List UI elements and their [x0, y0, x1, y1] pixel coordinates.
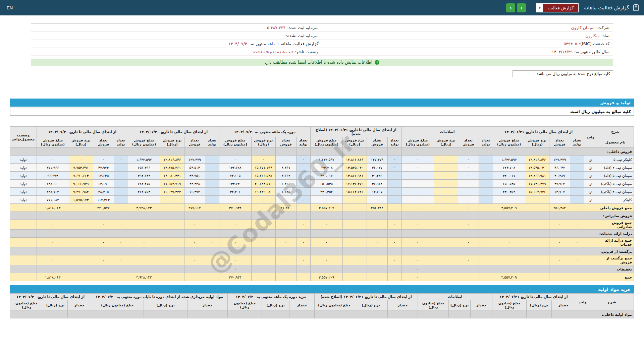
value-cell — [69, 265, 93, 273]
value-cell — [93, 247, 114, 255]
value-cell — [205, 247, 219, 255]
table-row-data: سیمان تیپ ۵ (پاکتی)تن۰۳۷,۹۶۲۱۷,۱۳۶,۴۷۹۶۵… — [10, 180, 634, 188]
value-cell: ۰ — [93, 156, 114, 164]
col-subheader: مقدار — [187, 300, 227, 310]
value-cell: ۰ — [434, 196, 458, 204]
value-cell — [37, 212, 69, 220]
value-cell: ۱۲۷,۳۷۹ — [367, 156, 387, 164]
value-cell: ۴۹۲,۱۲۲ — [128, 172, 160, 180]
value-cell: ۱,۶۳۲,۵۹۷ — [310, 156, 342, 164]
row-label: فروش صادراتی: — [597, 212, 634, 220]
nav-back-button[interactable]: ‹ — [506, 3, 515, 12]
value-cell: ۰ — [387, 238, 401, 247]
value-cell — [549, 230, 570, 238]
value-cell: ۱,۸۱۸,۰۶۳ — [37, 273, 69, 281]
period-link[interactable]: ۱ ماهه — [268, 41, 279, 46]
row-label: درآمد ارائه خدمات: — [597, 230, 634, 238]
value-cell — [251, 247, 275, 255]
value-cell: ۰ — [114, 238, 128, 247]
value-cell: ۱۳,۵۴۵,۰۳۰ — [342, 164, 367, 172]
value-cell — [493, 147, 525, 156]
value-cell — [128, 247, 160, 255]
value-cell: ۰ — [458, 238, 479, 247]
value-cell: ۰ — [570, 172, 584, 180]
value-cell — [37, 247, 69, 255]
value-cell: ۴۲۰,۰۱۷ — [310, 172, 342, 180]
value-cell: ۱,۶۳۲,۵۹۷ — [128, 156, 160, 164]
value-cell: ۰ — [458, 172, 479, 180]
table-row-section: برگشت از فروش: — [10, 247, 634, 255]
value-cell — [525, 238, 549, 247]
signed-data-notice: i اطلاعات نمایش داده شده با اطلاعات امضا… — [31, 59, 613, 66]
value-cell — [342, 238, 367, 247]
value-cell: ۰ — [570, 164, 584, 172]
value-cell — [114, 273, 128, 281]
col-header-name: شرح — [597, 127, 634, 137]
value-cell — [69, 230, 93, 238]
value-cell: ۰ — [401, 273, 434, 281]
info-symbol: نماد: سکارون — [322, 32, 613, 40]
info-value: ۰ — [282, 33, 284, 38]
value-cell: ۵۴,۵۱۴ — [184, 164, 205, 172]
value-cell — [525, 230, 549, 238]
value-cell: ۰ — [570, 196, 584, 204]
table-row-muted: تخفیفات۰۰ — [10, 265, 634, 273]
value-cell: ۰ — [114, 220, 128, 230]
info-label: نماد: — [601, 33, 609, 38]
info-unregistered-capital: سرمایه ثبت نشده: ۰ — [31, 32, 322, 40]
unit-cell — [584, 238, 597, 247]
value-cell — [296, 164, 310, 172]
col-subheader: تعداد فروش — [184, 137, 205, 147]
value-cell — [525, 220, 549, 230]
value-cell: ۱۵,۶۷۱,۱۹۴ — [251, 164, 275, 172]
value-cell: ۰ — [458, 164, 479, 172]
value-cell: ۰ — [479, 238, 493, 247]
company-info-section: شرکت: سیمان کارون سرمایه ثبت شده: ۵,۶۸۷,… — [31, 23, 613, 77]
value-cell: ۱۲,۸۱۶,۸۴۶ — [525, 156, 549, 164]
value-cell — [128, 230, 160, 238]
status-cell — [10, 147, 37, 156]
value-cell — [434, 265, 458, 273]
col-subheader: مقدار — [552, 300, 575, 310]
col-subheader: تعداد فروش — [275, 137, 296, 147]
table-row-data: کلینکر تیپ ۵تن۰۱۲۷,۳۷۹۱۲,۸۱۶,۸۴۶۱,۶۳۲,۵۹… — [10, 156, 634, 164]
chevron-down-icon[interactable]: ▾ — [536, 4, 543, 12]
col-group-header: اصلاحات — [401, 127, 493, 137]
nav-forward-button[interactable]: › — [517, 3, 526, 12]
value-cell: ۰ — [275, 238, 296, 247]
value-cell: ۰ — [184, 196, 205, 204]
value-cell — [525, 255, 549, 265]
col-subheader: مبلغ فروش (میلیون ریال) — [37, 137, 69, 147]
report-type-dropdown[interactable]: گزارش فعالیت ▾ — [536, 3, 579, 12]
value-cell — [434, 273, 458, 281]
language-toggle-en[interactable]: EN — [5, 5, 15, 10]
value-cell: ۰ — [93, 220, 114, 230]
value-cell — [205, 273, 219, 281]
value-cell — [114, 247, 128, 255]
value-cell: ۰ — [458, 196, 479, 204]
value-cell: ۳۰,۲۸۹ — [549, 172, 570, 180]
value-cell — [251, 265, 275, 273]
value-cell: ۰ — [310, 255, 342, 265]
value-cell — [37, 230, 69, 238]
value-cell: ۰ — [205, 180, 219, 188]
value-cell: ۰ — [401, 255, 434, 265]
value-cell: ۰ — [434, 164, 458, 172]
value-cell: ۰ — [275, 255, 296, 265]
unit-cell — [575, 310, 590, 318]
report-type-label[interactable]: گزارش فعالیت — [543, 4, 578, 12]
value-cell: ۰ — [479, 156, 493, 164]
value-cell — [458, 147, 479, 156]
value-cell — [93, 147, 114, 156]
value-cell: ۲۳۰,۳۵۲ — [310, 188, 342, 196]
value-cell: ۱۲۷,۳۷۹ — [549, 156, 570, 164]
value-cell: ۰ — [205, 156, 219, 164]
info-label: شرکت: — [596, 25, 609, 30]
value-cell: ۰ — [275, 156, 296, 164]
value-cell: ۷۲,۱۰۵ — [219, 172, 251, 180]
value-cell — [549, 273, 570, 281]
table-row-section: درآمد ارائه خدمات: — [10, 230, 634, 238]
topbar: گزارش فعالیت ماهانه گزارش فعالیت ▾ › ‹ E… — [0, 0, 644, 15]
section-bar-title: خرید مواد اولیه — [598, 287, 631, 292]
unit-cell: تن — [584, 172, 597, 180]
